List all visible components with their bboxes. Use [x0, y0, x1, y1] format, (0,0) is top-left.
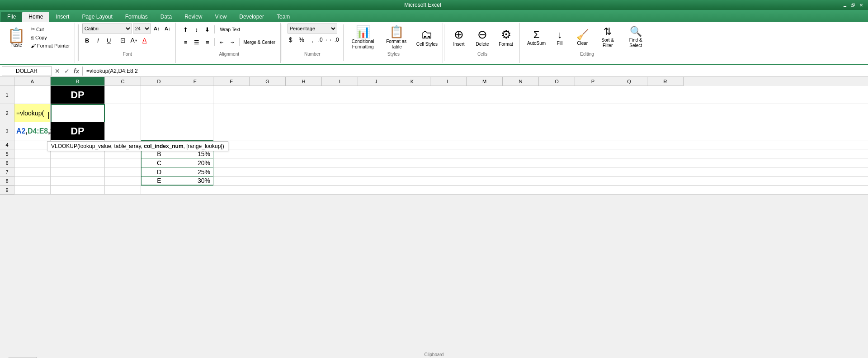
- cell-a6[interactable]: [14, 158, 51, 167]
- cell-d2[interactable]: [141, 104, 177, 122]
- row-header-4[interactable]: 4: [0, 140, 14, 149]
- col-header-q[interactable]: Q: [611, 77, 647, 86]
- cell-a9[interactable]: [14, 186, 51, 195]
- cut-button[interactable]: ✂ Cut: [29, 25, 72, 33]
- dec-inc-btn[interactable]: .0→: [318, 35, 328, 45]
- align-right-btn[interactable]: ≡: [203, 37, 212, 47]
- tab-review[interactable]: Review: [178, 12, 208, 22]
- cell-b7[interactable]: [51, 167, 105, 177]
- cell-rest-r6[interactable]: [213, 158, 868, 167]
- cell-c3[interactable]: [105, 122, 141, 140]
- fill-color-button[interactable]: A▾: [129, 35, 139, 45]
- font-size-select[interactable]: 24: [133, 24, 151, 33]
- border-button[interactable]: ⊡: [118, 35, 128, 45]
- row-header-2[interactable]: 2: [0, 104, 14, 122]
- cell-a5[interactable]: [14, 149, 51, 158]
- percent-btn[interactable]: %: [297, 35, 307, 45]
- align-top-btn[interactable]: ⬆: [181, 24, 191, 34]
- col-header-d[interactable]: D: [141, 77, 177, 86]
- cell-c8[interactable]: [105, 177, 141, 186]
- col-header-g[interactable]: G: [250, 77, 286, 86]
- cell-rest-r3[interactable]: [213, 122, 868, 140]
- confirm-formula-btn[interactable]: ✓: [63, 67, 71, 75]
- col-header-c[interactable]: C: [105, 77, 141, 86]
- cell-d1[interactable]: [141, 86, 177, 104]
- tab-page-layout[interactable]: Page Layout: [75, 12, 118, 22]
- italic-button[interactable]: I: [93, 35, 103, 45]
- cell-d8[interactable]: E: [141, 177, 177, 186]
- cell-rest-r1[interactable]: [213, 86, 868, 104]
- col-header-h[interactable]: H: [286, 77, 322, 86]
- cell-a8[interactable]: [14, 177, 51, 186]
- tab-formulas[interactable]: Formulas: [119, 12, 154, 22]
- cell-e6[interactable]: 20%: [177, 158, 213, 167]
- tab-view[interactable]: View: [209, 12, 233, 22]
- paste-button[interactable]: 📋 Paste: [5, 24, 28, 52]
- fx-btn[interactable]: fx: [72, 67, 80, 75]
- cell-a2[interactable]: =vlookup(: [14, 104, 51, 122]
- col-header-f[interactable]: F: [213, 77, 250, 86]
- formula-input[interactable]: [85, 66, 866, 76]
- cell-rest-r2[interactable]: [213, 104, 868, 122]
- number-format-select[interactable]: Percentage General Number Currency: [288, 24, 337, 33]
- cell-e1[interactable]: [177, 86, 213, 104]
- col-header-i[interactable]: I: [322, 77, 358, 86]
- format-painter-button[interactable]: 🖌 Format Painter: [29, 42, 72, 49]
- cell-b8[interactable]: [51, 177, 105, 186]
- cell-e2[interactable]: [177, 104, 213, 122]
- find-select-button[interactable]: 🔍 Find & Select: [622, 24, 649, 51]
- row-header-9[interactable]: 9: [0, 186, 14, 195]
- autosum-button[interactable]: Σ AutoSum: [525, 24, 548, 51]
- align-bottom-btn[interactable]: ⬇: [203, 24, 212, 34]
- col-header-m[interactable]: M: [467, 77, 503, 86]
- cell-d6[interactable]: C: [141, 158, 177, 167]
- cell-rest-r9[interactable]: [141, 186, 868, 195]
- col-header-o[interactable]: O: [539, 77, 575, 86]
- cell-c6[interactable]: [105, 158, 141, 167]
- font-color-button[interactable]: A: [140, 35, 150, 45]
- col-header-p[interactable]: P: [575, 77, 611, 86]
- row-header-7[interactable]: 7: [0, 167, 14, 177]
- close-btn[interactable]: ✕: [858, 2, 864, 8]
- tab-insert[interactable]: Insert: [49, 12, 75, 22]
- cell-a1[interactable]: [14, 86, 51, 104]
- decrease-font-btn[interactable]: A↓: [163, 24, 173, 33]
- cell-b2[interactable]: [51, 104, 105, 122]
- col-header-b[interactable]: B: [51, 77, 105, 86]
- col-header-k[interactable]: K: [394, 77, 430, 86]
- minimize-btn[interactable]: 🗕: [842, 2, 848, 8]
- increase-font-btn[interactable]: A↑: [152, 24, 162, 33]
- cell-a4[interactable]: [14, 140, 51, 149]
- col-header-e[interactable]: E: [177, 77, 213, 86]
- currency-btn[interactable]: $: [286, 35, 296, 45]
- name-box[interactable]: [2, 66, 52, 76]
- cell-c2[interactable]: [105, 104, 141, 122]
- wrap-text-btn[interactable]: Wrap Text: [217, 24, 244, 34]
- cell-b9[interactable]: [51, 186, 105, 195]
- cell-rest-r8[interactable]: [213, 177, 868, 186]
- cell-c1[interactable]: [105, 86, 141, 104]
- font-name-select[interactable]: Calibri: [82, 24, 132, 33]
- row-header-5[interactable]: 5: [0, 149, 14, 158]
- corner-cell[interactable]: [0, 77, 14, 86]
- cell-a3[interactable]: A2,D4:E8,2: [14, 122, 51, 140]
- cell-e8[interactable]: 30%: [177, 177, 213, 186]
- align-center-btn[interactable]: ☰: [192, 37, 202, 47]
- align-left-btn[interactable]: ≡: [181, 37, 191, 47]
- row-header-3[interactable]: 3: [0, 122, 14, 140]
- cell-b1[interactable]: DP: [51, 86, 105, 104]
- merge-center-btn[interactable]: Merge & Center: [241, 37, 278, 47]
- dec-dec-btn[interactable]: ←.0: [329, 35, 339, 45]
- tab-home[interactable]: Home: [22, 12, 49, 22]
- cell-c9[interactable]: [105, 186, 141, 195]
- comma-btn[interactable]: ,: [307, 35, 317, 45]
- fill-button[interactable]: ↓ Fill: [549, 24, 571, 51]
- cell-a7[interactable]: [14, 167, 51, 177]
- maximize-btn[interactable]: 🗗: [850, 2, 856, 8]
- bold-button[interactable]: B: [82, 35, 92, 45]
- cell-rest-r4[interactable]: [213, 140, 868, 149]
- col-header-j[interactable]: J: [358, 77, 394, 86]
- tab-file[interactable]: File: [1, 12, 22, 22]
- cancel-formula-btn[interactable]: ✕: [53, 67, 61, 75]
- format-as-table-button[interactable]: 📋 Format as Table: [381, 24, 412, 51]
